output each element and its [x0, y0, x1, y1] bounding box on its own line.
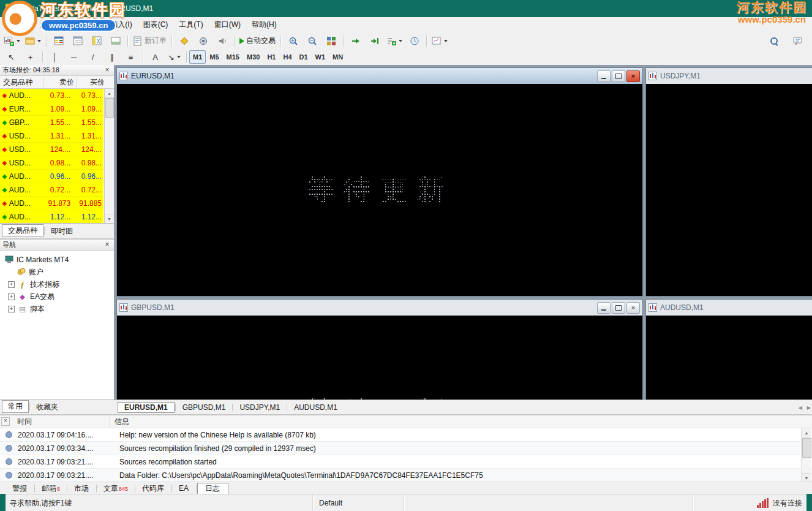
profiles-button[interactable]	[23, 34, 43, 48]
market-row[interactable]: ◆ USD... 124.... 124....	[0, 143, 103, 156]
market-row[interactable]: ◆ AUD... 91.873 91.885	[0, 197, 103, 210]
timeframe-m30-button[interactable]: M30	[243, 50, 263, 64]
chart-tab-audusd[interactable]: AUDUSD,M1	[288, 402, 344, 413]
chart-window-eurusd[interactable]: EURUSD,M1 × 等待更新	[116, 67, 643, 297]
chart-title-bar[interactable]: USDJPY,M1	[646, 68, 812, 84]
expand-icon[interactable]: +	[8, 293, 15, 300]
navigator-item-accounts[interactable]: 账户	[0, 266, 114, 278]
market-watch-scrollbar[interactable]: ▲ ▼	[104, 89, 114, 223]
menu-item-charts[interactable]: 图表(C)	[138, 18, 174, 32]
scrollbar-thumb[interactable]	[802, 438, 811, 458]
minimize-button[interactable]	[727, 0, 756, 17]
timeframe-m5-button[interactable]: M5	[206, 50, 222, 64]
column-time[interactable]: 时间	[0, 417, 110, 427]
chart-canvas[interactable]: 等待更新	[117, 84, 642, 296]
strategy-tester-button[interactable]	[194, 34, 212, 48]
tab-favorites[interactable]: 收藏夹	[31, 401, 64, 414]
search-icon[interactable]	[764, 34, 783, 48]
horizontal-line-tool-button[interactable]: ─	[64, 50, 83, 64]
market-row[interactable]: ◆ AUD... 0.96... 0.96...	[0, 170, 103, 183]
column-symbol[interactable]: 交易品种	[0, 77, 43, 88]
close-icon[interactable]: ×	[103, 241, 111, 249]
vertical-line-tool-button[interactable]: │	[45, 50, 64, 64]
terminal-tab-experts[interactable]: EA	[173, 483, 195, 493]
navigator-item-indicators[interactable]: + ƒ 技术指标	[0, 278, 114, 290]
terminal-column-headers[interactable]: 时间 信息	[0, 415, 812, 428]
chat-icon[interactable]	[788, 34, 807, 48]
trendline-tool-button[interactable]: /	[83, 50, 102, 64]
market-row[interactable]: ◆ AUD... 0.72... 0.72...	[0, 183, 103, 197]
menu-item-view[interactable]: 显示(V)	[69, 18, 105, 32]
expand-icon[interactable]: +	[8, 306, 15, 312]
tab-scroll-left-icon[interactable]: ◀	[797, 404, 803, 412]
data-window-toggle[interactable]	[68, 34, 87, 48]
timeframe-mn-button[interactable]: MN	[329, 50, 347, 64]
navigator-item-scripts[interactable]: + ▤ 脚本	[0, 303, 114, 315]
chart-minimize-button[interactable]	[597, 302, 611, 314]
menu-item-help[interactable]: 帮助(H)	[246, 18, 282, 32]
chart-close-button[interactable]: ×	[626, 302, 640, 314]
maximize-button[interactable]	[756, 0, 784, 17]
scrollbar-thumb[interactable]	[105, 98, 114, 118]
chart-title-bar[interactable]: GBPUSD,M1 ×	[117, 300, 642, 316]
navigator-toggle[interactable]	[87, 34, 106, 48]
terminal-tab-market[interactable]: 市场	[68, 483, 96, 494]
expand-icon[interactable]: +	[8, 281, 15, 288]
new-order-button[interactable]: 新订单	[130, 34, 169, 48]
channel-tool-button[interactable]: ∥	[102, 50, 121, 64]
period-clock-button[interactable]	[405, 34, 424, 48]
autoscroll-button[interactable]	[346, 34, 365, 48]
market-row[interactable]: ◆ EUR... 1.09... 1.09...	[0, 102, 103, 116]
tab-tick-chart[interactable]: 即时图	[45, 225, 78, 238]
autotrading-button[interactable]: 自动交易	[237, 34, 278, 48]
terminal-tab-mailbox[interactable]: 邮箱6	[36, 483, 66, 494]
chart-window-audusd[interactable]: AUDUSD,M1	[645, 299, 812, 399]
chart-tab-usdjpy[interactable]: USDJPY,M1	[233, 402, 286, 413]
menu-item-file[interactable]: 文件(F)	[34, 18, 69, 32]
chart-shift-button[interactable]	[365, 34, 384, 48]
column-ask[interactable]: 买价	[76, 77, 107, 88]
chart-title-bar[interactable]: EURUSD,M1 ×	[117, 68, 642, 84]
status-profile[interactable]: Default	[313, 494, 404, 511]
terminal-toggle[interactable]	[106, 34, 125, 48]
chart-tab-eurusd[interactable]: EURUSD,M1	[118, 402, 175, 413]
zoom-out-button[interactable]	[303, 34, 321, 48]
market-watch-toggle[interactable]	[49, 34, 68, 48]
chart-close-button[interactable]: ×	[626, 70, 640, 82]
chart-window-usdjpy[interactable]: USDJPY,M1	[645, 67, 812, 297]
scroll-down-icon[interactable]: ▼	[802, 473, 811, 482]
market-watch-header[interactable]: 市场报价: 04:35:18 ×	[0, 65, 114, 76]
terminal-tab-alerts[interactable]: 警报	[6, 483, 34, 494]
market-row[interactable]: ◆ AUD... 1.12... 1.12...	[0, 210, 103, 223]
market-row[interactable]: ◆ USD... 0.98... 0.98...	[0, 156, 103, 170]
journal-row[interactable]: 2020.03.17 09:03:34.... Sources recompil…	[0, 442, 812, 455]
navigator-header[interactable]: 导航 ×	[0, 240, 114, 251]
scroll-up-icon[interactable]: ▲	[802, 428, 811, 437]
add-indicator-button[interactable]	[384, 34, 405, 48]
crosshair-tool-button[interactable]: +	[21, 50, 40, 64]
timeframe-m1-button[interactable]: M1	[189, 50, 206, 64]
journal-row[interactable]: 2020.03.17 09:04:16.... Help: new versio…	[0, 428, 812, 442]
title-bar[interactable]: MetaTrader 4 IC Markets - EURUSD,M1 ×	[0, 0, 812, 17]
text-tool-button[interactable]: A	[146, 50, 165, 64]
terminal-tab-journal[interactable]: 日志	[197, 483, 228, 494]
arrows-tool-button[interactable]: ↘	[165, 50, 184, 64]
timeframe-h4-button[interactable]: H4	[279, 50, 295, 64]
chart-canvas[interactable]	[646, 84, 812, 296]
timeframe-w1-button[interactable]: W1	[312, 50, 329, 64]
tab-symbols[interactable]: 交易品种	[2, 224, 43, 237]
market-row[interactable]: ◆ USD... 1.31... 1.31...	[0, 129, 103, 143]
status-connection[interactable]: 没有连接	[693, 494, 812, 511]
alerts-button[interactable]	[212, 34, 231, 48]
scroll-up-icon[interactable]: ▲	[105, 89, 114, 98]
market-row[interactable]: ◆ AUD... 0.73... 0.73...	[0, 89, 103, 102]
chart-title-bar[interactable]: AUDUSD,M1	[646, 300, 812, 316]
menu-item-tools[interactable]: 工具(T)	[173, 18, 208, 32]
column-bid[interactable]: 卖价	[43, 77, 76, 88]
menu-item-window[interactable]: 窗口(W)	[209, 18, 246, 32]
market-row[interactable]: ◆ GBP... 1.55... 1.55...	[0, 116, 103, 129]
chart-window-gbpusd[interactable]: GBPUSD,M1 × 等待更新	[116, 299, 643, 399]
terminal-tab-codebase[interactable]: 代码库	[136, 483, 171, 494]
fibonacci-tool-button[interactable]: ≡	[121, 50, 140, 64]
templates-button[interactable]	[429, 34, 450, 48]
